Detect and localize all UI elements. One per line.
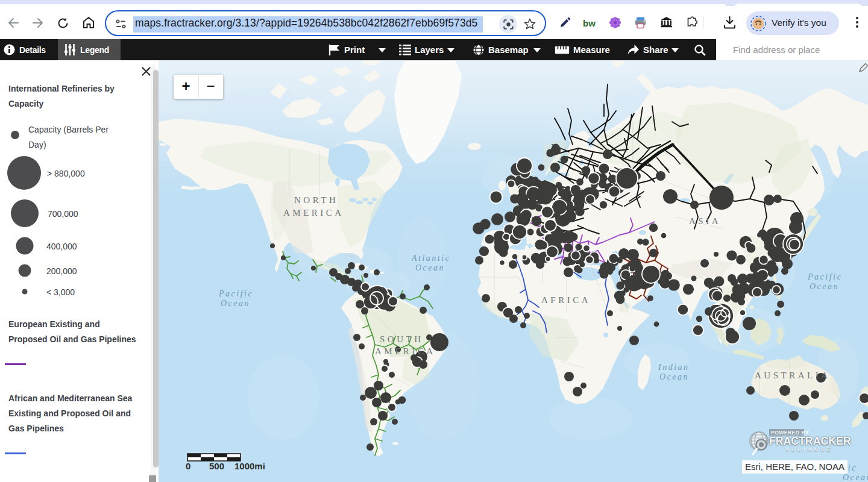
svg-text:Ocean: Ocean: [221, 299, 250, 308]
svg-text:Pacific: Pacific: [218, 289, 253, 298]
svg-text:NORTH: NORTH: [294, 195, 338, 205]
svg-text:Atlantic: Atlantic: [411, 254, 450, 263]
svg-text:SOUTH: SOUTH: [380, 334, 424, 344]
svg-text:Ocean: Ocean: [810, 282, 839, 291]
svg-text:Indian: Indian: [658, 363, 690, 372]
svg-text:Pacific: Pacific: [807, 272, 842, 281]
svg-text:Ocean: Ocean: [843, 473, 868, 482]
svg-text:AFRICA: AFRICA: [541, 295, 591, 305]
svg-text:AMERICA: AMERICA: [375, 346, 436, 356]
svg-text:ASIA: ASIA: [689, 216, 721, 226]
svg-text:Ocean: Ocean: [415, 263, 445, 272]
svg-text:AMERICA: AMERICA: [283, 208, 344, 218]
svg-text:AUSTRALIA: AUSTRALIA: [755, 371, 831, 380]
svg-text:Ocean: Ocean: [659, 372, 689, 381]
